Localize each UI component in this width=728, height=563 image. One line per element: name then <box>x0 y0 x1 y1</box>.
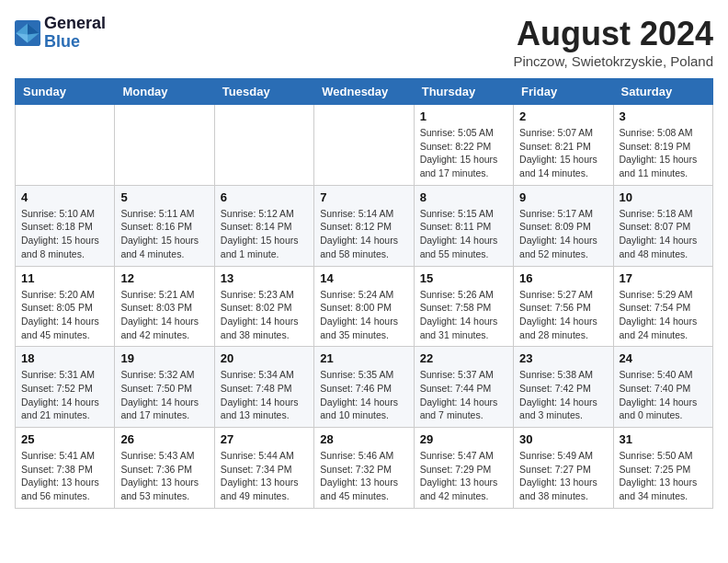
day-number: 25 <box>21 432 108 446</box>
day-info: Sunrise: 5:05 AM Sunset: 8:22 PM Dayligh… <box>420 126 507 180</box>
calendar-cell: 15Sunrise: 5:26 AM Sunset: 7:58 PM Dayli… <box>414 266 513 347</box>
day-number: 26 <box>120 432 208 446</box>
day-info: Sunrise: 5:20 AM Sunset: 8:05 PM Dayligh… <box>21 288 108 342</box>
weekday-saturday: Saturday <box>613 79 712 105</box>
calendar-cell: 5Sunrise: 5:11 AM Sunset: 8:16 PM Daylig… <box>115 185 214 266</box>
day-number: 24 <box>620 351 707 365</box>
calendar-cell: 23Sunrise: 5:38 AM Sunset: 7:42 PM Dayli… <box>514 347 613 428</box>
day-number: 16 <box>519 271 607 285</box>
day-info: Sunrise: 5:17 AM Sunset: 8:09 PM Dayligh… <box>519 207 607 261</box>
calendar-cell: 4Sunrise: 5:10 AM Sunset: 8:18 PM Daylig… <box>16 185 115 266</box>
location: Pinczow, Swietokrzyskie, Poland <box>513 53 713 69</box>
calendar-cell: 3Sunrise: 5:08 AM Sunset: 8:19 PM Daylig… <box>613 105 712 186</box>
title-block: August 2024 Pinczow, Swietokrzyskie, Pol… <box>513 15 713 69</box>
day-number: 13 <box>221 271 308 285</box>
calendar-cell: 16Sunrise: 5:27 AM Sunset: 7:56 PM Dayli… <box>514 266 613 347</box>
calendar-cell: 31Sunrise: 5:50 AM Sunset: 7:25 PM Dayli… <box>613 428 712 509</box>
calendar-cell: 17Sunrise: 5:29 AM Sunset: 7:54 PM Dayli… <box>613 266 712 347</box>
calendar-body: 1Sunrise: 5:05 AM Sunset: 8:22 PM Daylig… <box>16 105 713 509</box>
day-number: 29 <box>420 432 507 446</box>
day-info: Sunrise: 5:29 AM Sunset: 7:54 PM Dayligh… <box>620 288 707 342</box>
day-info: Sunrise: 5:47 AM Sunset: 7:29 PM Dayligh… <box>420 449 507 503</box>
day-info: Sunrise: 5:41 AM Sunset: 7:38 PM Dayligh… <box>21 449 108 503</box>
day-number: 27 <box>221 432 308 446</box>
weekday-wednesday: Wednesday <box>314 79 414 105</box>
calendar-cell: 9Sunrise: 5:17 AM Sunset: 8:09 PM Daylig… <box>514 185 613 266</box>
day-number: 12 <box>120 271 208 285</box>
day-number: 4 <box>21 190 108 204</box>
calendar-cell: 20Sunrise: 5:34 AM Sunset: 7:48 PM Dayli… <box>214 347 313 428</box>
calendar-cell: 22Sunrise: 5:37 AM Sunset: 7:44 PM Dayli… <box>414 347 513 428</box>
day-info: Sunrise: 5:27 AM Sunset: 7:56 PM Dayligh… <box>519 288 607 342</box>
calendar-header: SundayMondayTuesdayWednesdayThursdayFrid… <box>16 79 713 105</box>
calendar-cell <box>115 105 214 186</box>
day-info: Sunrise: 5:31 AM Sunset: 7:52 PM Dayligh… <box>21 368 108 422</box>
day-number: 11 <box>21 271 108 285</box>
calendar-cell: 12Sunrise: 5:21 AM Sunset: 8:03 PM Dayli… <box>115 266 214 347</box>
calendar-cell <box>16 105 115 186</box>
day-info: Sunrise: 5:32 AM Sunset: 7:50 PM Dayligh… <box>120 368 208 422</box>
day-number: 19 <box>120 351 208 365</box>
calendar-cell: 25Sunrise: 5:41 AM Sunset: 7:38 PM Dayli… <box>16 428 115 509</box>
day-info: Sunrise: 5:15 AM Sunset: 8:11 PM Dayligh… <box>420 207 507 261</box>
day-info: Sunrise: 5:46 AM Sunset: 7:32 PM Dayligh… <box>320 449 407 503</box>
calendar-cell: 29Sunrise: 5:47 AM Sunset: 7:29 PM Dayli… <box>414 428 513 509</box>
calendar-week-4: 18Sunrise: 5:31 AM Sunset: 7:52 PM Dayli… <box>16 347 713 428</box>
day-info: Sunrise: 5:44 AM Sunset: 7:34 PM Dayligh… <box>221 449 308 503</box>
calendar-cell: 13Sunrise: 5:23 AM Sunset: 8:02 PM Dayli… <box>214 266 313 347</box>
day-number: 8 <box>420 190 507 204</box>
calendar-cell: 6Sunrise: 5:12 AM Sunset: 8:14 PM Daylig… <box>214 185 313 266</box>
weekday-header-row: SundayMondayTuesdayWednesdayThursdayFrid… <box>16 79 713 105</box>
calendar-cell: 10Sunrise: 5:18 AM Sunset: 8:07 PM Dayli… <box>613 185 712 266</box>
day-info: Sunrise: 5:21 AM Sunset: 8:03 PM Dayligh… <box>120 288 208 342</box>
day-number: 10 <box>620 190 707 204</box>
weekday-tuesday: Tuesday <box>214 79 313 105</box>
calendar-cell: 7Sunrise: 5:14 AM Sunset: 8:12 PM Daylig… <box>314 185 414 266</box>
calendar-cell: 26Sunrise: 5:43 AM Sunset: 7:36 PM Dayli… <box>115 428 214 509</box>
day-number: 7 <box>320 190 407 204</box>
day-number: 21 <box>320 351 407 365</box>
day-number: 5 <box>120 190 208 204</box>
day-info: Sunrise: 5:10 AM Sunset: 8:18 PM Dayligh… <box>21 207 108 261</box>
day-info: Sunrise: 5:12 AM Sunset: 8:14 PM Dayligh… <box>221 207 308 261</box>
day-number: 31 <box>620 432 707 446</box>
logo-line2: Blue <box>44 33 106 52</box>
day-number: 3 <box>620 109 707 123</box>
day-number: 17 <box>620 271 707 285</box>
calendar-week-1: 1Sunrise: 5:05 AM Sunset: 8:22 PM Daylig… <box>16 105 713 186</box>
day-info: Sunrise: 5:37 AM Sunset: 7:44 PM Dayligh… <box>420 368 507 422</box>
weekday-monday: Monday <box>115 79 214 105</box>
day-number: 30 <box>519 432 607 446</box>
day-number: 22 <box>420 351 507 365</box>
month-year: August 2024 <box>513 15 713 53</box>
calendar-week-2: 4Sunrise: 5:10 AM Sunset: 8:18 PM Daylig… <box>16 185 713 266</box>
calendar-cell: 28Sunrise: 5:46 AM Sunset: 7:32 PM Dayli… <box>314 428 414 509</box>
day-info: Sunrise: 5:38 AM Sunset: 7:42 PM Dayligh… <box>519 368 607 422</box>
weekday-friday: Friday <box>514 79 613 105</box>
weekday-sunday: Sunday <box>16 79 115 105</box>
calendar-cell: 21Sunrise: 5:35 AM Sunset: 7:46 PM Dayli… <box>314 347 414 428</box>
day-info: Sunrise: 5:11 AM Sunset: 8:16 PM Dayligh… <box>120 207 208 261</box>
calendar-cell: 11Sunrise: 5:20 AM Sunset: 8:05 PM Dayli… <box>16 266 115 347</box>
day-info: Sunrise: 5:43 AM Sunset: 7:36 PM Dayligh… <box>120 449 208 503</box>
day-number: 1 <box>420 109 507 123</box>
day-info: Sunrise: 5:24 AM Sunset: 8:00 PM Dayligh… <box>320 288 407 342</box>
calendar-cell <box>314 105 414 186</box>
day-info: Sunrise: 5:49 AM Sunset: 7:27 PM Dayligh… <box>519 449 607 503</box>
page-header: General Blue August 2024 Pinczow, Swieto… <box>15 15 713 69</box>
calendar-table: SundayMondayTuesdayWednesdayThursdayFrid… <box>15 78 713 509</box>
calendar-cell: 30Sunrise: 5:49 AM Sunset: 7:27 PM Dayli… <box>514 428 613 509</box>
calendar-cell: 8Sunrise: 5:15 AM Sunset: 8:11 PM Daylig… <box>414 185 513 266</box>
day-info: Sunrise: 5:14 AM Sunset: 8:12 PM Dayligh… <box>320 207 407 261</box>
day-info: Sunrise: 5:35 AM Sunset: 7:46 PM Dayligh… <box>320 368 407 422</box>
calendar-cell: 2Sunrise: 5:07 AM Sunset: 8:21 PM Daylig… <box>514 105 613 186</box>
day-info: Sunrise: 5:50 AM Sunset: 7:25 PM Dayligh… <box>620 449 707 503</box>
day-info: Sunrise: 5:34 AM Sunset: 7:48 PM Dayligh… <box>221 368 308 422</box>
day-info: Sunrise: 5:18 AM Sunset: 8:07 PM Dayligh… <box>620 207 707 261</box>
day-number: 9 <box>519 190 607 204</box>
calendar-cell: 1Sunrise: 5:05 AM Sunset: 8:22 PM Daylig… <box>414 105 513 186</box>
calendar-cell <box>214 105 313 186</box>
day-number: 6 <box>221 190 308 204</box>
calendar-week-3: 11Sunrise: 5:20 AM Sunset: 8:05 PM Dayli… <box>16 266 713 347</box>
day-info: Sunrise: 5:40 AM Sunset: 7:40 PM Dayligh… <box>620 368 707 422</box>
